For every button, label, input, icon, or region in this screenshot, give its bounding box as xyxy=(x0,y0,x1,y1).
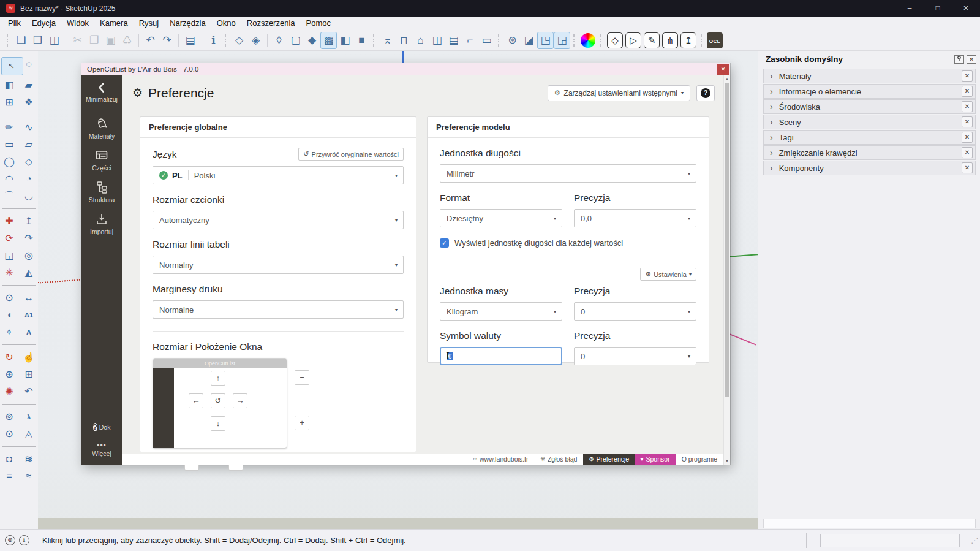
measurements-input[interactable] xyxy=(820,534,960,547)
sidebar-item-minimize[interactable]: Minimalizuj xyxy=(81,75,122,112)
opencutlist-toolbar-icon[interactable]: OCL xyxy=(707,32,723,48)
section-cuts-icon[interactable]: ◪ xyxy=(521,32,537,49)
font-size-select[interactable]: Automatyczny ▾ xyxy=(153,211,404,229)
length-unit-select[interactable]: Milimetr ▾ xyxy=(440,164,696,183)
minimize-button[interactable]: – xyxy=(895,0,924,17)
pan-tool-icon[interactable]: ☝ xyxy=(21,350,37,365)
sidebar-item-more[interactable]: ••• Więcej xyxy=(81,437,122,465)
menu-kamera[interactable]: Kamera xyxy=(94,17,134,30)
paste-icon[interactable]: ▣ xyxy=(102,32,119,49)
height-increase-button[interactable]: + xyxy=(295,416,309,430)
freehand-tool-icon[interactable]: ∿ xyxy=(21,120,37,135)
dialog-titlebar[interactable]: OpenCutList by L'Air du Bois - 7.0.0 ✕ xyxy=(81,63,730,75)
rectangle-tool-icon[interactable]: ▭ xyxy=(1,137,17,152)
currency-precision-select[interactable]: 0 ▾ xyxy=(574,347,696,365)
dimension-tool-icon[interactable]: ↔ xyxy=(21,291,37,305)
offset-tool-icon[interactable]: ◎ xyxy=(21,248,37,263)
section-plane-icon[interactable]: ⊛ xyxy=(504,32,521,49)
tray-item-soften-edges[interactable]: › Zmiękczanie krawędzi ✕ xyxy=(763,145,976,160)
previous-view-tool-icon[interactable]: ↶ xyxy=(21,384,37,399)
position-camera-tool-icon[interactable]: ⊚ xyxy=(1,409,17,424)
arc-tool-icon[interactable]: ◠ xyxy=(1,172,17,186)
tray-item-scenes[interactable]: › Sceny ✕ xyxy=(763,115,976,129)
tool-box-icon[interactable]: ◇ xyxy=(607,32,623,48)
style-wireframe-icon[interactable]: ◊ xyxy=(271,32,287,49)
follow-me-tool-icon[interactable]: ↷ xyxy=(21,231,37,246)
text-tool-icon[interactable]: A1 xyxy=(21,308,37,322)
sidebar-item-structure[interactable]: Struktura xyxy=(81,175,122,207)
tool-paint-icon[interactable]: ✎ xyxy=(644,32,660,48)
copy-icon[interactable]: ❐ xyxy=(86,32,102,49)
manage-presets-button[interactable]: ⚙ Zarządzaj ustawieniami wstępnymi ▾ xyxy=(548,85,690,101)
close-button[interactable]: ✕ xyxy=(952,0,980,17)
multi-axis-tool-icon[interactable]: ✳ xyxy=(1,265,17,280)
smooth-tool-icon[interactable]: ≈ xyxy=(21,469,37,484)
mass-precision-select[interactable]: 0 ▾ xyxy=(574,302,696,321)
redo-icon[interactable]: ↷ xyxy=(159,32,175,49)
tray-item-materials[interactable]: › Materiały ✕ xyxy=(763,69,976,83)
move-right-button[interactable]: → xyxy=(233,393,247,408)
print-icon[interactable]: ▤ xyxy=(182,32,198,49)
dialog-close-button[interactable]: ✕ xyxy=(717,64,729,75)
tray-close-icon[interactable]: ✕ xyxy=(967,55,976,64)
push-pull-tool-icon[interactable]: ↥ xyxy=(21,214,37,229)
preferences-tab-button[interactable]: ⚙ Preferencje xyxy=(583,454,635,465)
tray-item-close-button[interactable]: ✕ xyxy=(962,132,973,143)
scrollbar-thumb[interactable] xyxy=(725,83,729,397)
mass-unit-select[interactable]: Kilogram ▾ xyxy=(440,302,562,321)
tool-move-icon[interactable]: ⋔ xyxy=(662,32,678,48)
tray-pin-icon[interactable] xyxy=(954,55,964,64)
tray-item-close-button[interactable]: ✕ xyxy=(962,162,973,173)
tray-item-close-button[interactable]: ✕ xyxy=(962,70,973,82)
section-display-planes-icon[interactable]: ◳ xyxy=(537,32,554,49)
sidebar-item-materials[interactable]: Materiały xyxy=(81,112,122,143)
style-back-edges-icon[interactable]: ◈ xyxy=(247,32,264,49)
sidebar-item-import[interactable]: Importuj xyxy=(81,207,122,239)
language-select[interactable]: ✓ PL Polski ▾ xyxy=(153,166,404,184)
protractor-tool-icon[interactable]: ◖ xyxy=(1,308,17,322)
walk-tool-icon[interactable]: λ xyxy=(21,409,37,424)
solid-tools-icon[interactable]: ◘ xyxy=(1,452,17,466)
view-top-icon[interactable]: ⊓ xyxy=(396,32,412,49)
style-monochrome-icon[interactable]: ■ xyxy=(353,32,370,49)
sandbox-contours-tool-icon[interactable]: ≋ xyxy=(21,452,37,466)
length-precision-select[interactable]: 0,0 ▾ xyxy=(574,209,696,227)
scale-tool-icon[interactable]: ◱ xyxy=(1,248,17,263)
rotate-tool-icon[interactable]: ⟳ xyxy=(1,231,17,246)
section-fill-icon[interactable]: ◲ xyxy=(554,32,570,49)
geolocation-icon[interactable]: ⊚ xyxy=(5,535,15,545)
view-left-icon[interactable]: ⌐ xyxy=(462,32,478,49)
pie-tool-icon[interactable]: ◔ xyxy=(21,172,37,186)
polygon-tool-icon[interactable]: ◇ xyxy=(21,154,37,169)
view-iso-icon[interactable]: ⌅ xyxy=(379,32,396,49)
delete-icon[interactable]: ♺ xyxy=(119,32,135,49)
style-hidden-line-icon[interactable]: ▢ xyxy=(287,32,304,49)
format-select[interactable]: Dziesiętny ▾ xyxy=(440,209,562,227)
view-right-icon[interactable]: ◫ xyxy=(429,32,445,49)
zoom-window-tool-icon[interactable]: ⊞ xyxy=(21,367,37,382)
tray-item-components[interactable]: › Komponenty ✕ xyxy=(763,161,976,175)
move-left-button[interactable]: ← xyxy=(189,393,203,408)
sidebar-item-parts[interactable]: Części xyxy=(81,143,122,175)
sidebar-item-docs[interactable]: ? Dok xyxy=(81,417,122,437)
layers-tool-icon[interactable]: ≡ xyxy=(1,469,17,484)
move-tool-icon[interactable]: ✚ xyxy=(1,214,17,229)
save-icon[interactable]: ◫ xyxy=(46,32,62,49)
style-shaded-icon[interactable]: ◆ xyxy=(304,32,320,49)
tray-item-environments[interactable]: › Środowiska ✕ xyxy=(763,99,976,114)
about-link[interactable]: O programie xyxy=(676,454,723,465)
cut-icon[interactable]: ✂ xyxy=(69,32,86,49)
view-front-icon[interactable]: ⌂ xyxy=(412,32,429,49)
table-row-size-select[interactable]: Normalny ▾ xyxy=(153,256,404,274)
orbit-tool-icon[interactable]: ↻ xyxy=(1,350,17,365)
menu-rysuj[interactable]: Rysuj xyxy=(134,17,165,30)
height-decrease-button[interactable]: − xyxy=(295,370,309,385)
new-file-icon[interactable]: ❏ xyxy=(13,32,29,49)
tray-item-close-button[interactable]: ✕ xyxy=(962,116,973,127)
shapes-tool-icon[interactable]: ⊞ xyxy=(1,95,17,110)
tray-item-entity-info[interactable]: › Informacje o elemencie ✕ xyxy=(763,84,976,99)
model-info-icon[interactable]: ℹ xyxy=(205,32,222,49)
report-bug-link[interactable]: ❋ Zgłoś błąd xyxy=(534,454,583,465)
zoom-extents-tool-icon[interactable]: ✺ xyxy=(1,384,17,399)
select-tool-icon[interactable]: ↖ xyxy=(1,57,23,75)
